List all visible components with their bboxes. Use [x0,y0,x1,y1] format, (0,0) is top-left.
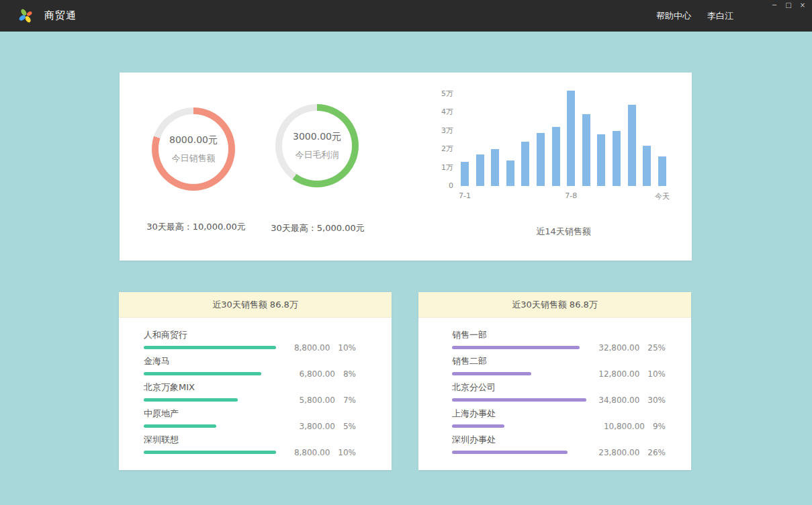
item-name: 北京分公司 [452,381,691,394]
chart-bar [597,134,605,186]
item-percent: 5% [343,422,356,431]
y-axis-tick: 5万 [433,90,453,98]
chart-bar [613,131,621,186]
help-center-link[interactable]: 帮助中心 [656,10,691,22]
today-sales-value: 8000.00元 [169,134,218,146]
item-value: 6,800.008% [300,369,356,379]
item-name: 中原地产 [144,408,392,420]
customers-sales-card: 近30天销售额 86.8万 人和商贸行8,800.0010%金海马6,800.0… [119,292,392,470]
x-axis-tick: 7-1 [459,191,471,200]
chart-bar [552,127,560,186]
item-name: 上海办事处 [452,408,691,420]
item-value: 12,800.0010% [598,369,666,379]
donut-center: 8000.00元 今日销售额 [159,114,228,184]
list-item: 深圳办事处23,800.0026% [418,434,691,460]
departments-card-title: 近30天销售额 86.8万 [418,292,691,318]
minimize-button[interactable]: ─ [770,1,778,9]
list-item: 金海马6,800.008% [119,355,392,381]
dashboard-summary-card: 8000.00元 今日销售额 30天最高：10,000.00元 3000.00元… [120,73,692,261]
today-profit-value: 3000.00元 [293,131,341,143]
list-item: 销售二部12,800.0010% [418,355,691,381]
chart-bar [506,160,514,186]
item-amount: 32,800.00 [598,343,639,353]
customers-card-title: 近30天销售额 86.8万 [119,292,392,318]
item-progress-bar [144,346,276,349]
y-axis-tick: 2万 [433,145,453,153]
item-percent: 30% [647,396,666,405]
item-value: 5,800.007% [300,396,356,405]
list-item: 北京万象MIX5,800.007% [119,381,392,408]
y-axis-tick: 3万 [433,127,453,135]
today-sales-label: 今日销售额 [172,152,216,165]
item-progress-bar [144,424,216,428]
item-amount: 6,800.00 [300,369,335,379]
chart-bar [461,162,469,186]
bar-chart-x-ticks: 7-17-8今天 [461,191,666,202]
item-progress-bar [452,451,568,454]
item-value: 3,800.005% [300,422,356,431]
item-percent: 26% [647,448,666,457]
item-progress-bar [452,424,504,428]
item-progress-bar [452,398,586,402]
x-axis-tick: 今天 [655,191,670,201]
list-item: 销售一部32,800.0025% [418,329,691,355]
titlebar: 商贸通 帮助中心 李白江 ─ □ × [0,0,812,32]
item-name: 深圳联想 [144,434,392,446]
item-value: 8,800.0010% [294,448,356,457]
departments-sales-card: 近30天销售额 86.8万 销售一部32,800.0025%销售二部12,800… [418,292,691,470]
item-amount: 12,800.00 [598,369,639,379]
item-amount: 8,800.00 [294,448,330,457]
item-value: 32,800.0025% [598,343,666,353]
chart-bar [628,105,636,186]
item-name: 金海马 [144,355,392,367]
item-progress-bar [144,398,238,402]
item-progress-bar [452,346,580,349]
item-name: 销售二部 [452,355,691,367]
bar-chart-y-axis: 5万4万3万2万1万0 [433,94,453,186]
chart-bar [567,91,575,186]
item-value: 34,800.0030% [598,396,666,405]
y-axis-tick: 0 [433,182,453,190]
item-name: 深圳办事处 [452,434,691,446]
donut-center: 3000.00元 今日毛利润 [282,111,352,181]
item-progress-bar [452,372,531,375]
departments-card-body: 销售一部32,800.0025%销售二部12,800.0010%北京分公司34,… [418,318,691,460]
chart-bar [476,154,484,186]
item-amount: 34,800.00 [598,396,639,405]
item-amount: 10,800.00 [604,422,645,431]
chart-bar [537,133,545,186]
today-profit-label: 今日毛利润 [296,149,339,161]
maximize-button[interactable]: □ [784,1,793,9]
list-item: 深圳联想8,800.0010% [119,434,392,460]
bar-chart-bars [461,94,666,186]
today-profit-donut-chart: 3000.00元 今日毛利润 [275,104,359,187]
app-logo-icon [17,7,34,24]
chart-bar [582,114,590,186]
app-title: 商贸通 [44,9,77,22]
item-amount: 8,800.00 [294,343,330,353]
topbar-menu: 帮助中心 李白江 [656,0,733,32]
item-percent: 9% [653,422,666,431]
chart-bar [491,149,499,186]
user-menu[interactable]: 李白江 [707,10,733,22]
close-button[interactable]: × [799,1,807,9]
list-item: 北京分公司34,800.0030% [418,381,691,408]
item-percent: 10% [338,343,356,353]
sales-14day-bar-chart: 5万4万3万2万1万0 7-17-8今天 近14天销售额 [433,94,675,248]
customers-card-body: 人和商贸行8,800.0010%金海马6,800.008%北京万象MIX5,80… [119,318,392,460]
item-amount: 5,800.00 [300,396,335,405]
y-axis-tick: 1万 [433,164,453,172]
item-progress-bar [144,451,276,454]
item-name: 人和商贸行 [144,329,392,341]
bar-chart-title: 近14天销售额 [461,226,666,238]
item-percent: 8% [343,369,356,379]
chart-bar [521,142,529,186]
item-percent: 10% [647,369,666,379]
y-axis-tick: 4万 [433,108,453,116]
item-percent: 7% [343,396,356,405]
list-item: 上海办事处10,800.009% [418,408,691,434]
today-sales-donut-chart: 8000.00元 今日销售额 [152,107,235,191]
chart-bar [658,156,666,186]
item-name: 北京万象MIX [144,381,392,394]
x-axis-tick: 7-8 [565,191,577,200]
